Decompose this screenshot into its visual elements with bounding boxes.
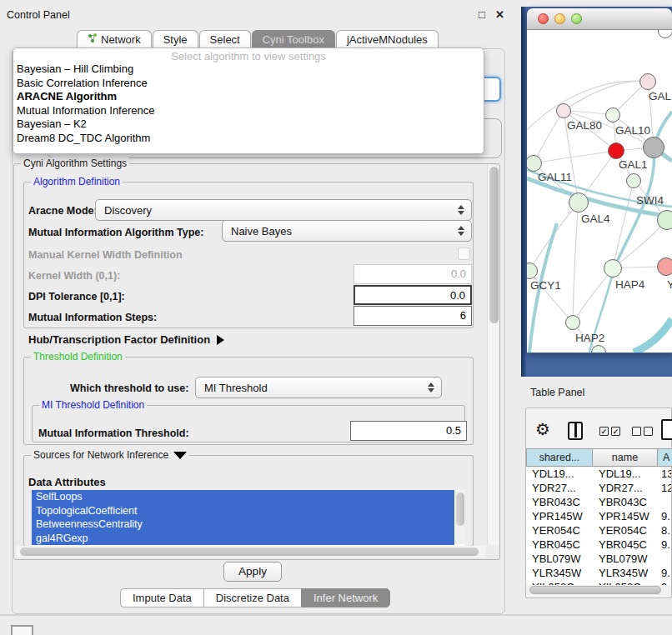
table-cell: YPR145W <box>593 510 658 524</box>
network-window-titlebar[interactable] <box>527 8 672 30</box>
table-row[interactable]: YPR145WYPR145W9. <box>526 510 671 524</box>
tab-network[interactable]: Network <box>77 30 152 49</box>
network-node-gal1[interactable] <box>608 142 624 159</box>
which-threshold-label: Which threshold to use: <box>70 382 188 394</box>
page-icon[interactable] <box>661 419 672 440</box>
tab-discretize-data[interactable]: Discretize Data <box>203 588 301 608</box>
tab-select[interactable]: Select <box>199 30 251 49</box>
network-node-gal4[interactable] <box>569 192 589 212</box>
network-node-hap2[interactable] <box>565 315 580 330</box>
columns-icon[interactable] <box>568 422 583 440</box>
checked-box-icon[interactable]: ✓ <box>611 427 620 436</box>
tab-jactivemnodules[interactable]: jActiveMNodules <box>336 30 439 49</box>
table-row[interactable]: YLR345WYLR345W9. <box>526 567 671 581</box>
column-header-name[interactable]: name <box>593 448 658 467</box>
table-row[interactable]: YBL079WYBL079W <box>526 552 671 567</box>
table-row[interactable]: YDR27...YDR27...12 <box>526 482 671 496</box>
list-scrollbar[interactable] <box>455 491 465 544</box>
table-row[interactable]: YER054CYER054C8. <box>526 524 671 538</box>
node-label: GAL4 <box>581 212 610 225</box>
mi-type-select[interactable]: Naive Bayes <box>222 220 472 242</box>
divider <box>0 614 672 616</box>
network-canvas[interactable]: GALGAL80GAL10GAL1GAL11SWI4GAL4GCY1HAP4YH… <box>527 30 672 352</box>
table-row[interactable]: YBR045CYBR045C9. <box>526 538 671 552</box>
network-node-gal[interactable] <box>639 73 656 90</box>
manual-kernel-checkbox[interactable] <box>458 248 470 260</box>
tab-label: Style <box>163 33 188 46</box>
attribute-item[interactable]: gal4RGexp <box>32 532 454 546</box>
network-view-window[interactable]: GALGAL80GAL10GAL1GAL11SWI4GAL4GCY1HAP4YH… <box>527 8 672 353</box>
table-cell <box>658 552 671 567</box>
table-cell: 12 <box>658 482 671 496</box>
aracne-mode-select[interactable]: Discovery <box>95 199 472 221</box>
selected-value: Discovery <box>104 204 152 217</box>
node-label: HAP4 <box>615 278 644 291</box>
attribute-item[interactable]: TopologicalCoefficient <box>32 504 454 518</box>
algorithm-option[interactable]: Bayesian – K2 <box>13 118 484 132</box>
sources-toggle[interactable]: Sources for Network Inference <box>31 449 189 461</box>
dpi-tolerance-label: DPI Tolerance [0,1]: <box>28 291 125 302</box>
unchecked-box-icon[interactable] <box>632 427 641 436</box>
which-threshold-select[interactable]: MI Threshold <box>195 377 442 398</box>
hub-definition-toggle[interactable]: Hub/Transcription Factor Definition <box>28 333 224 346</box>
network-node-y[interactable] <box>657 258 672 276</box>
table-cell: YBR043C <box>526 496 593 510</box>
table-cell: YBR045C <box>526 538 593 552</box>
settings-horizontal-scrollbar[interactable] <box>17 546 485 558</box>
table-cell: YDR27... <box>593 482 658 496</box>
table-rows[interactable]: YDL19...YDL19...13YDR27...YDR27...12YBR0… <box>526 468 671 585</box>
mi-threshold-field[interactable]: 0.5 <box>350 421 467 441</box>
tab-infer-network[interactable]: Infer Network <box>301 588 390 608</box>
node-label: GAL11 <box>538 171 572 183</box>
algorithm-option[interactable]: ARACNE Algorithm <box>13 90 484 104</box>
algorithm-option[interactable]: Bayesian – Hill Climbing <box>13 62 484 77</box>
algorithm-option[interactable]: Mutual Information Inference <box>13 104 484 118</box>
gear-icon[interactable]: ⚙ <box>535 419 550 439</box>
attribute-item[interactable]: BetweennessCentrality <box>32 518 454 532</box>
tab-cyni-toolbox[interactable]: Cyni Toolbox <box>252 30 335 49</box>
apply-button[interactable]: Apply <box>223 562 282 582</box>
close-window-icon[interactable]: ✕ <box>495 8 504 21</box>
stepper-icon <box>428 382 434 392</box>
settings-vertical-scrollbar[interactable] <box>487 165 499 545</box>
network-node-swi4[interactable] <box>626 173 641 188</box>
table-row[interactable]: YDL19...YDL19...13 <box>526 468 671 482</box>
docked-panel-icon[interactable] <box>11 625 33 635</box>
zoom-traffic-light-icon[interactable] <box>571 13 582 24</box>
tab-label: jActiveMNodules <box>347 33 428 46</box>
data-attributes-label: Data Attributes <box>28 476 106 488</box>
mi-steps-field[interactable]: 6 <box>354 306 472 326</box>
group-title: MI Threshold Definition <box>39 399 147 411</box>
float-window-icon[interactable]: □ <box>479 8 485 21</box>
column-header-partial[interactable]: A <box>658 448 672 467</box>
network-node-hap4[interactable] <box>604 259 622 278</box>
tab-label: Select <box>210 33 240 46</box>
network-node-gal10[interactable] <box>605 108 620 122</box>
tab-impute-data[interactable]: Impute Data <box>120 588 203 608</box>
table-cell: YPR145W <box>526 510 593 524</box>
algorithm-dropdown[interactable]: Select algorithm to view settings Bayesi… <box>13 48 484 154</box>
mi-threshold-label: Mutual Information Threshold: <box>38 428 189 439</box>
kernel-width-label: Kernel Width (0,1): <box>28 270 120 282</box>
algorithm-option[interactable]: Dream8 DC_TDC Algorithm <box>13 132 484 146</box>
table-cell: YDL19... <box>526 468 593 482</box>
close-traffic-light-icon[interactable] <box>538 13 549 24</box>
algorithm-option[interactable]: Basic Correlation Inference <box>13 77 484 91</box>
table-cell: 9. <box>658 510 671 524</box>
minimize-traffic-light-icon[interactable] <box>554 13 565 24</box>
unchecked-box-icon[interactable] <box>644 427 653 436</box>
dpi-tolerance-field[interactable]: 0.0 <box>354 285 472 305</box>
table-horizontal-scrollbar[interactable] <box>527 585 670 595</box>
table-cell: YDL19... <box>593 468 658 482</box>
attribute-item[interactable]: SelfLoops <box>32 490 454 504</box>
network-node-gal80[interactable] <box>556 103 571 118</box>
checked-box-icon[interactable]: ✓ <box>599 427 609 436</box>
mi-steps-label: Mutual Information Steps: <box>28 312 157 323</box>
network-node[interactable] <box>657 210 672 230</box>
tab-style[interactable]: Style <box>153 30 198 49</box>
kernel-width-field[interactable]: 0.0 <box>354 264 472 284</box>
table-row[interactable]: YBR043CYBR043C <box>526 496 671 510</box>
column-header-shared-name[interactable]: shared... <box>526 448 593 467</box>
data-attributes-list[interactable]: SelfLoopsTopologicalCoefficientBetweenne… <box>32 490 465 546</box>
network-node[interactable] <box>643 137 664 158</box>
